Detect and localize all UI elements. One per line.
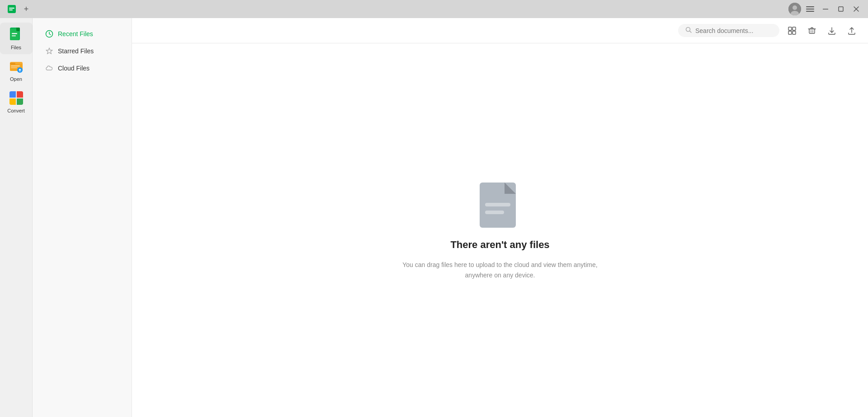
svg-rect-29 — [788, 31, 792, 34]
close-button[interactable] — [850, 3, 863, 15]
nav-item-starred[interactable]: Starred Files — [36, 42, 128, 60]
recent-files-label: Recent Files — [58, 30, 93, 37]
menu-button[interactable] — [804, 3, 816, 15]
empty-state-title: There aren't any files — [450, 239, 549, 251]
starred-files-label: Starred Files — [58, 47, 94, 55]
svg-rect-2 — [9, 9, 13, 10]
title-bar-left: + — [5, 3, 31, 15]
star-icon — [45, 47, 53, 55]
convert-icon — [8, 90, 24, 106]
upload-button[interactable] — [844, 23, 859, 38]
svg-rect-30 — [793, 31, 796, 34]
svg-rect-6 — [806, 6, 814, 7]
svg-line-26 — [690, 31, 692, 33]
user-avatar[interactable] — [788, 3, 801, 15]
main-content: There aren't any files You can drag file… — [132, 18, 868, 417]
empty-state-subtitle: You can drag files here to upload to the… — [402, 260, 597, 280]
app-body: Files Open — [0, 18, 868, 417]
nav-item-cloud[interactable]: Cloud Files — [36, 60, 128, 77]
nav-sidebar: Recent Files Starred Files Cloud Files — [33, 18, 132, 417]
convert-label: Convert — [7, 108, 25, 113]
add-tab-button[interactable]: + — [22, 5, 31, 14]
svg-rect-10 — [839, 7, 843, 11]
svg-rect-1 — [9, 8, 14, 9]
minimize-button[interactable] — [819, 3, 832, 15]
app-logo — [5, 3, 18, 15]
svg-rect-9 — [823, 9, 828, 10]
search-icon — [685, 27, 692, 34]
sidebar-item-files[interactable]: Files — [0, 23, 33, 54]
search-input[interactable] — [695, 27, 772, 34]
nav-item-recent[interactable]: Recent Files — [36, 25, 128, 42]
svg-rect-0 — [8, 5, 16, 13]
cloud-icon — [45, 64, 53, 72]
cloud-files-label: Cloud Files — [58, 65, 90, 72]
svg-rect-15 — [12, 33, 17, 34]
empty-state: There aren't any files You can drag file… — [132, 43, 868, 417]
download-button[interactable] — [825, 23, 839, 38]
search-box[interactable] — [678, 24, 779, 37]
files-icon — [8, 27, 24, 43]
sidebar-item-open[interactable]: Open — [0, 54, 33, 86]
icon-sidebar: Files Open — [0, 18, 33, 417]
clock-icon — [45, 30, 53, 38]
svg-rect-16 — [12, 35, 16, 37]
svg-rect-36 — [485, 203, 510, 206]
files-label: Files — [11, 45, 21, 50]
open-label: Open — [10, 76, 22, 82]
svg-rect-8 — [806, 11, 814, 12]
svg-rect-19 — [10, 63, 15, 65]
trash-button[interactable] — [805, 23, 819, 38]
restore-button[interactable] — [835, 3, 847, 15]
open-icon — [8, 58, 24, 75]
svg-rect-20 — [11, 66, 20, 66]
title-bar-right — [788, 3, 863, 15]
title-bar: + — [0, 0, 868, 18]
svg-rect-7 — [806, 9, 814, 9]
toolbar — [132, 18, 868, 43]
empty-file-icon — [475, 180, 525, 230]
svg-rect-28 — [793, 27, 796, 30]
svg-rect-27 — [788, 27, 792, 30]
svg-rect-21 — [11, 67, 17, 68]
svg-rect-31 — [809, 29, 815, 33]
svg-point-4 — [793, 5, 797, 10]
sidebar-item-convert[interactable]: Convert — [0, 86, 33, 117]
svg-rect-37 — [485, 211, 504, 214]
grid-view-button[interactable] — [785, 23, 799, 38]
